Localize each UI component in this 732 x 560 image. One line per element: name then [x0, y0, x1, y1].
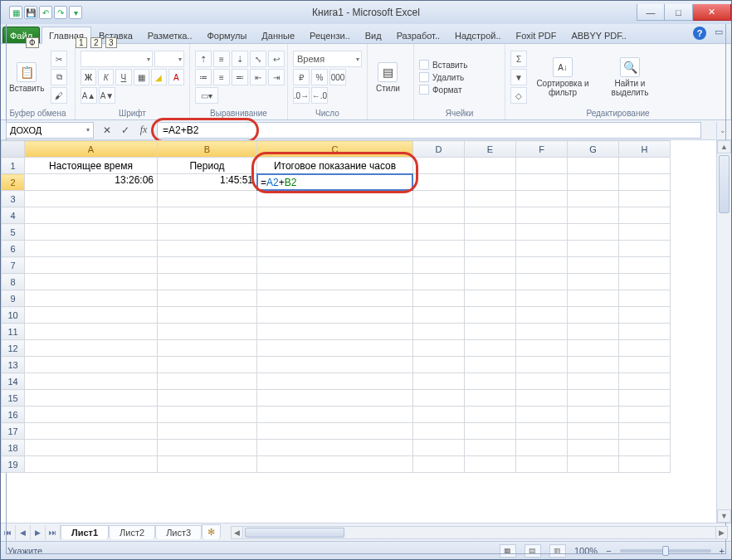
zoom-slider[interactable] — [620, 549, 711, 553]
tab-dev[interactable]: Разработ.. — [389, 27, 447, 43]
row-header[interactable]: 17 — [2, 423, 25, 440]
fx-icon[interactable]: fx — [135, 122, 152, 139]
cell[interactable] — [619, 174, 671, 191]
row-header[interactable]: 12 — [2, 340, 25, 357]
autosum-icon[interactable]: Σ — [510, 51, 527, 67]
percent-icon[interactable]: % — [311, 69, 328, 85]
wrap-icon[interactable]: ↩ — [268, 51, 285, 67]
expand-formula-icon[interactable]: ⌄ — [716, 122, 728, 139]
border-icon[interactable]: ▦ — [134, 69, 149, 85]
row-header[interactable]: 4 — [2, 207, 25, 224]
view-pagebreak-icon[interactable]: ▥ — [549, 544, 566, 558]
col-header[interactable]: H — [619, 141, 671, 158]
sheet-nav-last-icon[interactable]: ⏭ — [46, 525, 61, 540]
view-normal-icon[interactable]: ▦ — [500, 544, 516, 558]
close-button[interactable]: ✕ — [693, 4, 731, 21]
col-header[interactable]: G — [568, 141, 619, 158]
align-top-icon[interactable]: ⇡ — [195, 51, 212, 67]
cell[interactable] — [619, 158, 671, 174]
row-header[interactable]: 5 — [2, 224, 25, 241]
cell[interactable]: Итоговое показание часов — [257, 158, 413, 174]
tab-layout[interactable]: Разметка.. — [140, 27, 200, 43]
underline-button[interactable]: Ч — [115, 69, 131, 85]
align-right-icon[interactable]: ≕ — [232, 69, 248, 85]
row-header[interactable]: 2 — [2, 174, 25, 191]
cell[interactable] — [568, 158, 619, 174]
row-header[interactable]: 8 — [2, 274, 25, 290]
new-sheet-icon[interactable]: ✻ — [202, 524, 221, 539]
zoom-out-icon[interactable]: − — [606, 546, 611, 556]
cell[interactable] — [516, 158, 568, 174]
formula-input[interactable]: =A2+B2 — [157, 122, 701, 139]
bold-button[interactable]: Ж — [81, 69, 96, 85]
number-format-select[interactable]: Время — [293, 51, 362, 67]
col-header[interactable]: A — [25, 141, 158, 158]
paste-button[interactable]: 📋Вставить — [6, 61, 47, 95]
cells-format-button[interactable]: Формат — [419, 85, 467, 95]
tab-abbyy[interactable]: ABBYY PDF.. — [564, 27, 633, 43]
cut-icon[interactable]: ✂ — [51, 51, 67, 67]
formatpainter-icon[interactable]: 🖌 — [51, 87, 67, 104]
styles-button[interactable]: ▤Стили — [373, 61, 403, 95]
tab-review[interactable]: Рецензи.. — [302, 27, 358, 43]
qat-undo-icon[interactable]: ↶ — [39, 6, 52, 19]
row-header[interactable]: 11 — [2, 324, 25, 340]
tab-view[interactable]: Вид — [358, 27, 389, 43]
cells-delete-button[interactable]: Удалить — [419, 72, 467, 82]
col-header[interactable]: C — [257, 141, 413, 158]
scroll-up-icon[interactable]: ▲ — [717, 140, 731, 153]
row-header[interactable]: 9 — [2, 290, 25, 307]
tab-data[interactable]: Данные — [254, 27, 302, 43]
indent-inc-icon[interactable]: ⇥ — [268, 69, 285, 85]
merge-button[interactable]: ▭▾ — [195, 87, 218, 104]
row-header[interactable]: 16 — [2, 407, 25, 423]
col-header[interactable]: F — [516, 141, 568, 158]
tab-addins[interactable]: Надстрой.. — [447, 27, 509, 43]
indent-dec-icon[interactable]: ⇤ — [250, 69, 266, 85]
fill-icon[interactable]: ▼ — [510, 69, 527, 85]
col-header[interactable]: B — [158, 141, 257, 158]
cell-marquee[interactable]: 13:26:06 — [25, 174, 158, 191]
find-select-button[interactable]: 🔍Найти и выделить — [598, 56, 661, 99]
scroll-left-icon[interactable]: ◀ — [232, 527, 243, 538]
worksheet-grid[interactable]: A B C D E F G H 1 Настоящее время Период… — [1, 140, 716, 523]
row-header[interactable]: 15 — [2, 390, 25, 407]
tab-formulas[interactable]: Формулы — [199, 27, 254, 43]
sheet-nav-next-icon[interactable]: ▶ — [31, 525, 46, 540]
clear-icon[interactable]: ◇ — [510, 87, 527, 104]
horizontal-scrollbar[interactable]: ◀ ▶ — [231, 526, 728, 539]
view-layout-icon[interactable]: ▤ — [525, 544, 541, 558]
row-header[interactable]: 14 — [2, 373, 25, 390]
cell[interactable]: Период — [158, 158, 257, 174]
italic-button[interactable]: К — [98, 69, 114, 85]
qat-redo-icon[interactable]: ↷ — [54, 6, 67, 19]
cancel-formula-icon[interactable]: ✕ — [99, 122, 115, 139]
maximize-button[interactable]: □ — [665, 4, 693, 21]
cell[interactable]: Настоящее время — [25, 158, 158, 174]
help-icon[interactable]: ? — [693, 27, 706, 40]
align-center-icon[interactable]: ≡ — [213, 69, 230, 85]
row-header[interactable]: 1 — [2, 158, 25, 174]
dec-decimal-icon[interactable]: ←.0 — [311, 87, 328, 104]
row-header[interactable]: 10 — [2, 307, 25, 324]
align-bot-icon[interactable]: ⇣ — [232, 51, 248, 67]
inc-decimal-icon[interactable]: .0→ — [293, 87, 310, 104]
cell-marquee[interactable]: 1:45:51 — [158, 174, 257, 191]
enter-formula-icon[interactable]: ✓ — [117, 122, 134, 139]
row-header[interactable]: 3 — [2, 191, 25, 207]
scroll-down-icon[interactable]: ▼ — [717, 509, 731, 523]
font-size-select[interactable] — [154, 51, 184, 67]
cells-insert-button[interactable]: Вставить — [419, 60, 467, 70]
cell[interactable] — [516, 174, 568, 191]
row-header[interactable]: 7 — [2, 257, 25, 274]
row-header[interactable]: 6 — [2, 241, 25, 257]
fillcolor-icon[interactable]: ◢ — [151, 69, 167, 85]
sheet-nav-prev-icon[interactable]: ◀ — [16, 525, 31, 540]
shrink-font-icon[interactable]: A▼ — [99, 87, 115, 104]
qat-custom-icon[interactable]: ▾ — [69, 6, 82, 19]
font-name-select[interactable] — [81, 51, 153, 67]
col-header[interactable]: D — [413, 141, 465, 158]
cell[interactable] — [413, 174, 465, 191]
sheet-tab[interactable]: Лист3 — [155, 525, 202, 539]
minimize-button[interactable]: — — [637, 4, 665, 21]
